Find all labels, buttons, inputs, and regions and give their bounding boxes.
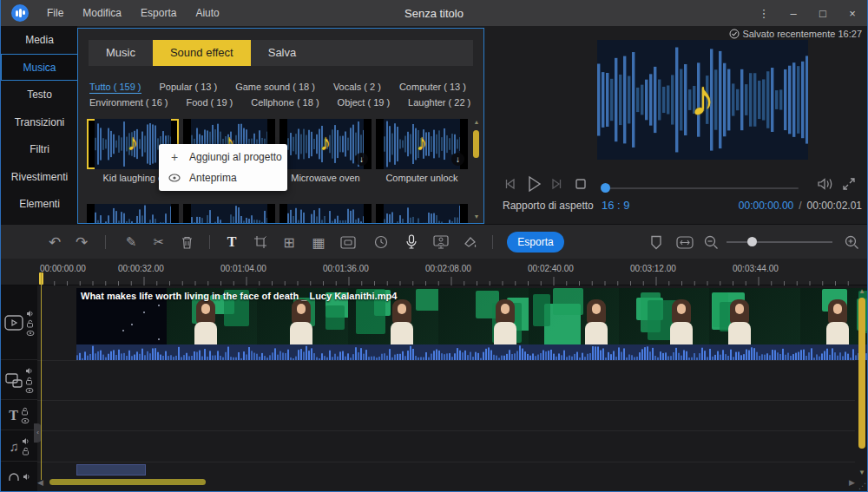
seek-slider[interactable] [602, 187, 799, 189]
overlay-track-header[interactable] [1, 362, 37, 400]
panel-scrollbar[interactable]: ▲ ▼ [472, 119, 481, 220]
video-track-header[interactable] [1, 286, 37, 360]
timeline-zoom-slider[interactable] [727, 241, 832, 243]
volume-icon[interactable] [817, 176, 834, 195]
vertical-scrollbar[interactable]: ▲ ▼ [857, 287, 867, 476]
picture-in-picture-icon[interactable] [339, 233, 357, 251]
sound-item-row2-2[interactable] [183, 204, 275, 224]
sound-item-microwave-oven[interactable]: ♪ ↓ Microwave oven [279, 119, 372, 183]
text-tool-icon[interactable]: T [223, 233, 240, 251]
sidebar-item-rivestimenti[interactable]: Rivestimenti [1, 163, 77, 191]
tab-sound-effect[interactable]: Sound effect [153, 40, 251, 66]
zoom-in-icon[interactable] [843, 233, 860, 251]
preview-viewport[interactable]: ♪ [597, 40, 808, 160]
context-menu-anteprima[interactable]: Anteprima [159, 167, 287, 188]
download-icon[interactable]: ↓ [355, 153, 368, 166]
track-volume-icon[interactable] [23, 473, 30, 481]
category-environment[interactable]: Environment ( 16 ) [89, 97, 168, 108]
sidebar-item-transizioni[interactable]: Transizioni [1, 108, 77, 136]
text-track-header[interactable]: T [1, 401, 37, 430]
category-food[interactable]: Food ( 19 ) [186, 97, 233, 108]
timeline-zoom-handle[interactable] [747, 237, 757, 246]
voice-clip[interactable] [76, 464, 146, 476]
app-logo-icon[interactable] [11, 4, 29, 22]
undo-icon[interactable]: ↶ [46, 233, 63, 251]
track-volume-icon[interactable] [25, 367, 33, 375]
sound-item-computer-unlock[interactable]: ♪ ↓ Computer unlock [376, 119, 468, 183]
split-scissors-icon[interactable]: ✂ [150, 233, 168, 251]
track-lock-icon[interactable] [21, 407, 29, 416]
edit-pencil-icon[interactable]: ✎ [122, 233, 140, 251]
track-lock-icon[interactable] [25, 377, 33, 385]
menu-file[interactable]: File [37, 0, 73, 26]
horizontal-scrollbar[interactable]: ◀ ▶ [37, 478, 855, 487]
zoom-frame-icon[interactable]: ⊞ [280, 233, 298, 251]
category-tutto[interactable]: Tutto ( 159 ) [89, 82, 141, 94]
category-laughter[interactable]: Laughter ( 22 ) [408, 97, 470, 108]
kebab-menu-icon[interactable]: ⋮ [749, 0, 779, 26]
scroll-up-icon[interactable]: ▲ [857, 287, 867, 295]
scroll-right-icon[interactable]: ▶ [849, 478, 855, 487]
color-bucket-icon[interactable] [462, 233, 479, 251]
menu-aiuto[interactable]: Aiuto [186, 0, 228, 26]
crop-icon[interactable] [252, 233, 269, 251]
sidebar-item-filtri[interactable]: Filtri [1, 135, 77, 163]
horizontal-scrollbar-thumb[interactable] [49, 479, 206, 485]
sound-item-row2-4[interactable] [376, 204, 468, 224]
close-button[interactable]: × [838, 0, 867, 26]
sidebar-item-musica[interactable]: Musica [1, 54, 77, 82]
delete-trash-icon[interactable] [178, 233, 195, 251]
stop-button[interactable] [574, 176, 588, 195]
resize-grip-icon[interactable]: ⋰ [858, 482, 867, 490]
video-track[interactable]: What makes life worth living in the face… [37, 286, 855, 361]
scroll-down-icon[interactable]: ▼ [473, 213, 480, 220]
next-frame-button[interactable] [550, 176, 564, 195]
scroll-up-icon[interactable]: ▲ [473, 119, 480, 125]
sound-item-row2-3[interactable] [279, 204, 372, 224]
track-lock-icon[interactable] [22, 447, 30, 456]
seek-slider-handle[interactable] [601, 183, 610, 193]
previous-frame-button[interactable] [503, 176, 516, 195]
overlay-track[interactable] [37, 363, 855, 401]
category-computer[interactable]: Computer ( 13 ) [399, 82, 466, 94]
export-button[interactable]: Esporta [507, 232, 564, 253]
track-volume-icon[interactable] [26, 310, 34, 318]
music-track-header[interactable]: ♫ [1, 431, 37, 462]
track-visibility-icon[interactable] [26, 330, 35, 337]
redo-icon[interactable]: ↷ [73, 233, 90, 251]
mosaic-icon[interactable]: ▦ [310, 233, 327, 251]
fullscreen-icon[interactable] [841, 176, 857, 195]
context-menu-add-to-project[interactable]: + Aggiungi al progetto [159, 147, 287, 167]
panel-scrollbar-thumb[interactable] [473, 130, 479, 158]
marker-icon[interactable] [648, 233, 665, 251]
track-lock-icon[interactable] [26, 319, 34, 328]
minimize-button[interactable]: – [779, 0, 808, 26]
aspect-ratio-value[interactable]: 16 : 9 [602, 199, 630, 212]
timeline-ruler[interactable]: 00:00:00.0000:00:32.0000:01:04.0000:01:3… [1, 259, 868, 285]
play-button[interactable] [524, 174, 543, 198]
track-volume-icon[interactable] [22, 437, 30, 445]
tab-music[interactable]: Music [89, 40, 153, 66]
video-clip[interactable]: What makes life worth living in the face… [76, 288, 868, 360]
download-icon[interactable]: ↓ [451, 153, 464, 166]
music-track[interactable] [37, 432, 855, 462]
category-vocals[interactable]: Vocals ( 2 ) [333, 82, 381, 94]
record-screen-icon[interactable] [432, 233, 450, 251]
maximize-button[interactable]: □ [808, 0, 838, 26]
category-popular[interactable]: Popular ( 13 ) [160, 82, 218, 94]
text-track[interactable] [37, 402, 855, 431]
sidebar-item-testo[interactable]: Testo [1, 81, 77, 108]
voiceover-mic-icon[interactable] [403, 233, 420, 251]
sound-item-row2-1[interactable] [87, 204, 179, 224]
duration-clock-icon[interactable] [372, 233, 390, 251]
track-visibility-icon[interactable] [25, 387, 34, 394]
voice-track-header[interactable] [1, 462, 37, 490]
menu-esporta[interactable]: Esporta [131, 0, 186, 26]
zoom-out-icon[interactable] [702, 233, 720, 251]
fit-timeline-icon[interactable] [676, 233, 694, 251]
category-game-sound[interactable]: Game sound ( 18 ) [235, 82, 315, 94]
voice-track[interactable] [37, 463, 855, 477]
scroll-down-icon[interactable]: ▼ [857, 469, 867, 476]
sidebar-item-elementi[interactable]: Elementi [1, 190, 77, 218]
track-visibility-icon[interactable] [21, 417, 30, 424]
